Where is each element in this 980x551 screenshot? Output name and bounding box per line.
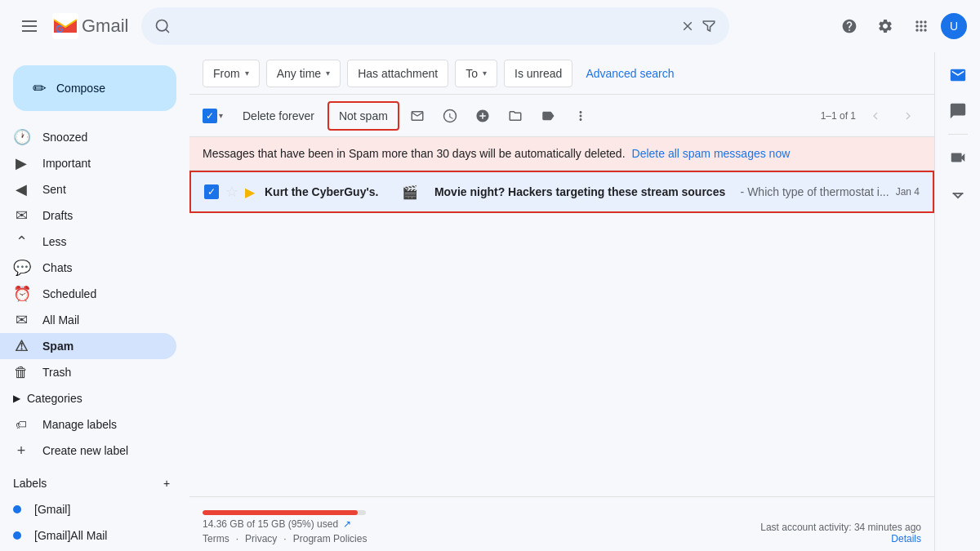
email-checkbox[interactable]: ✓ <box>204 184 219 199</box>
next-page-button[interactable] <box>895 103 921 129</box>
main-layout: ✏ Compose 🕐 Snoozed ▶ Important ◀ Sent ✉… <box>0 52 980 551</box>
has-attachment-filter-button[interactable]: Has attachment <box>347 60 448 87</box>
sidebar-item-snoozed[interactable]: 🕐 Snoozed <box>0 124 176 150</box>
all-mail-label: All Mail <box>42 313 163 327</box>
not-spam-button[interactable]: Not spam <box>327 101 399 131</box>
toolbar: ✓ ▾ Delete forever Not spam <box>189 95 934 137</box>
sidebar-item-less[interactable]: ⌃ Less <box>0 229 176 255</box>
manage-labels-icon: 🏷 <box>13 418 29 431</box>
sidebar-item-trash[interactable]: 🗑 Trash <box>0 359 176 385</box>
search-icon[interactable] <box>154 18 171 34</box>
add-label-icon[interactable]: + <box>157 473 176 493</box>
trash-label: Trash <box>42 366 163 379</box>
email-emoji: 🎬 <box>402 184 418 200</box>
select-dropdown-icon[interactable]: ▾ <box>219 111 223 120</box>
sidebar-item-categories[interactable]: ▶ Categories <box>0 385 189 411</box>
snoozed-icon: 🕐 <box>13 128 29 146</box>
important-marker-icon[interactable]: ▶ <box>245 184 255 200</box>
clear-search-icon[interactable] <box>680 19 695 33</box>
categories-label: Categories <box>27 392 82 405</box>
scheduled-label: Scheduled <box>42 287 163 300</box>
email-row[interactable]: ✓ ☆ ▶ Kurt the CyberGuy's. 🎬 Movie night… <box>189 171 934 213</box>
chats-label: Chats <box>42 261 163 274</box>
important-label: Important <box>42 157 163 170</box>
trash-icon: 🗑 <box>13 364 29 381</box>
is-unread-filter-button[interactable]: Is unread <box>504 60 572 87</box>
scheduled-icon: ⏰ <box>13 285 29 303</box>
chat-tab-icon[interactable] <box>942 95 974 127</box>
move-to-icon[interactable] <box>501 101 530 131</box>
content-area: From ▾ Any time ▾ Has attachment To ▾ Is… <box>189 52 934 551</box>
program-policies-link[interactable]: Program Policies <box>293 533 368 544</box>
footer-right: Last account activity: 34 minutes ago De… <box>760 522 921 544</box>
sidebar-item-chats[interactable]: 💬 Chats <box>0 255 176 281</box>
spam-notice: Messages that have been in Spam more tha… <box>189 137 934 171</box>
email-list: ✓ ☆ ▶ Kurt the CyberGuy's. 🎬 Movie night… <box>189 171 934 496</box>
label-icon[interactable] <box>533 101 563 131</box>
label-gmail[interactable]: [Gmail] <box>0 496 176 522</box>
meet-tab-icon[interactable] <box>942 141 974 174</box>
delete-forever-button[interactable]: Delete forever <box>233 103 324 129</box>
sidebar-item-manage-labels[interactable]: 🏷 Manage labels <box>0 411 176 438</box>
svg-rect-0 <box>22 20 37 22</box>
add-to-tasks-icon[interactable] <box>468 101 497 131</box>
sent-label: Sent <box>42 183 163 196</box>
settings-icon[interactable] <box>869 10 902 42</box>
sidebar-item-scheduled[interactable]: ⏰ Scheduled <box>0 281 176 307</box>
mark-as-read-icon[interactable] <box>403 101 432 131</box>
help-icon[interactable] <box>833 10 866 42</box>
to-filter-button[interactable]: To ▾ <box>455 60 497 87</box>
privacy-link[interactable]: Privacy <box>245 533 277 544</box>
sidebar-item-drafts[interactable]: ✉ Drafts <box>0 202 176 229</box>
label-gmail-all-label: [Gmail]All Mail <box>34 529 163 542</box>
search-options-icon[interactable] <box>702 19 716 33</box>
labels-section: Labels + [Gmail] [Gmail]All Mail [Imap]/… <box>0 464 189 551</box>
svg-rect-2 <box>22 30 37 32</box>
footer-links: Terms · Privacy · Program Policies <box>203 533 367 544</box>
sidebar-item-all-mail[interactable]: ✉ All Mail <box>0 307 176 333</box>
not-spam-label: Not spam <box>339 109 388 122</box>
terms-link[interactable]: Terms <box>203 533 229 544</box>
select-all-checkbox[interactable]: ✓ <box>203 109 217 123</box>
email-preview: - Which type of thermostat i... <box>741 185 889 198</box>
sidebar-item-spam[interactable]: ⚠ Spam <box>0 333 176 359</box>
storage-link-icon[interactable]: ↗ <box>343 518 351 530</box>
apps-icon[interactable] <box>905 10 938 42</box>
snooze-icon[interactable] <box>435 101 465 131</box>
svg-text:G: G <box>56 24 63 35</box>
from-filter-label: From <box>213 67 240 80</box>
avatar[interactable]: U <box>941 13 967 39</box>
label-gmail-label: [Gmail] <box>34 503 163 516</box>
sidebar-item-create-label[interactable]: + Create new label <box>0 438 176 464</box>
sidebar-item-important[interactable]: ▶ Important <box>0 150 176 176</box>
storage-usage-text: 14.36 GB of 15 GB (95%) used <box>203 518 338 530</box>
expand-tab-icon[interactable] <box>942 177 974 210</box>
from-filter-button[interactable]: From ▾ <box>203 60 260 87</box>
advanced-search-link[interactable]: Advanced search <box>586 67 674 80</box>
labels-title: Labels <box>13 477 47 490</box>
all-mail-icon: ✉ <box>13 311 29 329</box>
search-input[interactable]: in:spam <box>177 19 674 33</box>
label-gmail-all-mail[interactable]: [Gmail]All Mail <box>0 522 176 549</box>
footer-sep2: · <box>283 533 286 544</box>
prev-page-button[interactable] <box>862 103 889 129</box>
email-subject: Movie night? Hackers targeting these str… <box>434 185 734 198</box>
details-link[interactable]: Details <box>891 533 921 544</box>
sent-icon: ◀ <box>13 180 29 198</box>
gmail-logo: G Gmail <box>52 13 128 39</box>
star-icon[interactable]: ☆ <box>225 183 238 201</box>
compose-button[interactable]: ✏ Compose <box>13 65 176 111</box>
anytime-filter-button[interactable]: Any time ▾ <box>266 60 341 87</box>
delete-all-spam-link[interactable]: Delete all spam messages now <box>632 147 791 160</box>
menu-icon[interactable] <box>13 10 46 42</box>
spam-icon: ⚠ <box>13 337 29 355</box>
mail-tab-icon[interactable] <box>942 59 974 91</box>
filter-bar: From ▾ Any time ▾ Has attachment To ▾ Is… <box>189 52 934 95</box>
top-bar: G Gmail in:spam U <box>0 0 980 52</box>
delete-forever-label: Delete forever <box>243 109 314 122</box>
drafts-label: Drafts <box>42 209 163 222</box>
storage-fill <box>203 510 358 515</box>
tab-divider <box>948 134 968 135</box>
sidebar-item-sent[interactable]: ◀ Sent <box>0 176 176 202</box>
more-options-icon[interactable] <box>566 101 595 131</box>
